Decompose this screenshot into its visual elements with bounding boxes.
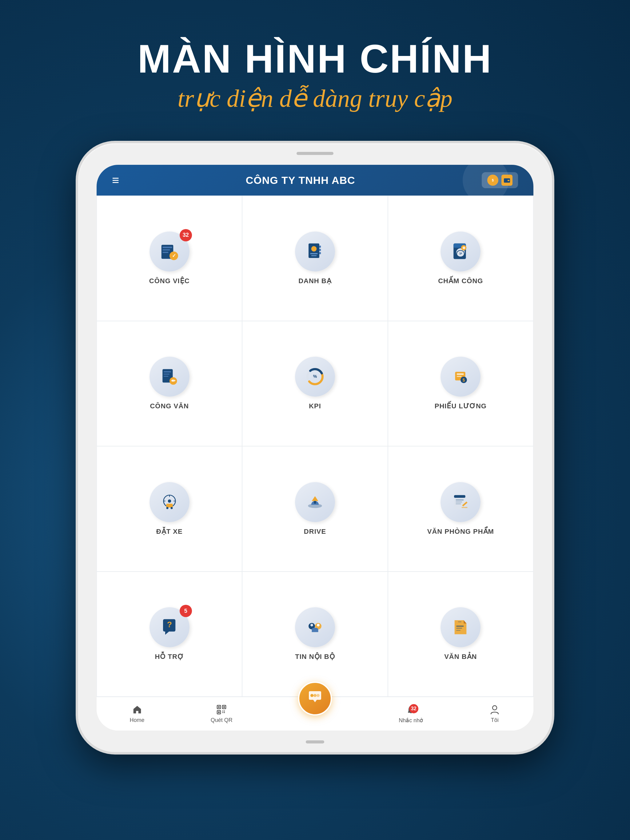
- grid-cell-kpi[interactable]: % KPI: [242, 321, 388, 447]
- center-logo-icon: [306, 689, 324, 708]
- grid-cell-cham-cong[interactable]: ☞ ⊛ CHẤM CÔNG: [388, 196, 533, 321]
- svg-rect-49: [456, 502, 462, 502]
- icon-phieu-luong: $: [440, 357, 481, 396]
- icon-cong-van: ✏: [149, 357, 190, 396]
- svg-rect-59: [456, 628, 462, 629]
- svg-rect-7: [162, 252, 168, 253]
- icon-cong-viec: ✓ 32: [149, 232, 190, 272]
- label-tin-noi-bo: TIN NỘI BỘ: [295, 653, 335, 661]
- svg-rect-47: [454, 495, 465, 498]
- label-van-ban: VĂN BẢN: [444, 653, 477, 661]
- svg-text:✏: ✏: [171, 379, 176, 384]
- svg-rect-12: [319, 249, 321, 251]
- svg-rect-58: [456, 626, 464, 627]
- label-cong-van: CÔNG VĂN: [150, 402, 189, 410]
- svg-point-74: [313, 694, 317, 697]
- grid-cell-drive[interactable]: DRIVE: [242, 446, 388, 572]
- svg-rect-40: [166, 504, 173, 507]
- icon-van-phong-pham: [440, 482, 481, 522]
- nav-home-label: Home: [130, 717, 144, 723]
- svg-rect-35: [457, 376, 462, 377]
- tablet-screen: ≡ CÔNG TY TNHH ABC $: [97, 165, 533, 731]
- icon-cham-cong: ☞ ⊛: [440, 232, 481, 272]
- header-wallet-badge[interactable]: $: [482, 172, 518, 188]
- badge-cong-viec: 32: [180, 229, 192, 242]
- app-header: ≡ CÔNG TY TNHH ABC $: [97, 165, 533, 196]
- svg-rect-5: [162, 246, 172, 248]
- nav-nhac-nho-label: Nhắc nhở: [399, 717, 423, 724]
- svg-rect-34: [457, 374, 464, 375]
- grid-cell-cong-viec[interactable]: ✓ 32 CÔNG VIỆC: [97, 196, 242, 321]
- nav-badge-nhac-nho: 32: [409, 704, 418, 713]
- grid-cell-van-phong-pham[interactable]: VĂN PHÒNG PHẨM: [388, 446, 533, 572]
- label-dat-xe: ĐẶT XE: [156, 527, 183, 535]
- svg-rect-67: [222, 711, 223, 712]
- label-phieu-luong: PHIẾU LƯƠNG: [435, 402, 487, 410]
- tablet-wrapper: ≡ CÔNG TY TNHH ABC $: [78, 143, 552, 752]
- label-danh-ba: DANH BẠ: [298, 277, 332, 285]
- svg-point-75: [317, 694, 320, 697]
- svg-point-41: [166, 507, 168, 509]
- label-cong-viec: CÔNG VIỆC: [149, 277, 190, 285]
- svg-rect-11: [319, 246, 321, 248]
- grid-cell-ho-tro[interactable]: ? 5 HỖ TRỢ: [97, 572, 242, 697]
- svg-rect-64: [218, 706, 220, 708]
- label-drive: DRIVE: [304, 527, 326, 535]
- svg-point-42: [171, 507, 173, 509]
- nav-home[interactable]: Home: [130, 704, 144, 723]
- svg-point-56: [310, 624, 313, 627]
- sub-title: trực diện dễ dàng truy cập: [138, 84, 492, 112]
- label-cham-cong: CHẤM CÔNG: [438, 277, 483, 285]
- grid-cell-tin-noi-bo[interactable]: TIN NỘI BỘ: [242, 572, 388, 697]
- svg-marker-45: [312, 496, 318, 501]
- svg-rect-15: [310, 253, 318, 254]
- badge-ho-tro: 5: [180, 605, 192, 617]
- nav-toi[interactable]: Tôi: [489, 704, 500, 723]
- svg-rect-26: [163, 376, 168, 377]
- menu-icon[interactable]: ≡: [112, 174, 119, 186]
- svg-rect-24: [163, 371, 171, 373]
- svg-rect-51: [462, 507, 468, 508]
- icon-tin-noi-bo: [295, 607, 335, 647]
- top-text-block: MÀN HÌNH CHÍNH trực diện dễ dàng truy cậ…: [138, 37, 492, 112]
- icon-danh-ba: [295, 232, 335, 272]
- nhac-nho-icon-wrapper: 32: [405, 704, 416, 715]
- tablet-shell: ≡ CÔNG TY TNHH ABC $: [78, 143, 552, 752]
- header-right: $: [482, 172, 518, 188]
- svg-point-14: [311, 246, 317, 251]
- grid-cell-van-ban[interactable]: VĂN BẢN: [388, 572, 533, 697]
- coin-icon: $: [487, 175, 499, 186]
- svg-rect-70: [224, 712, 225, 713]
- grid-cell-phieu-luong[interactable]: $ PHIẾU LƯƠNG: [388, 321, 533, 447]
- nav-quet-qr[interactable]: Quét QR: [211, 704, 233, 723]
- svg-rect-13: [319, 252, 321, 254]
- label-van-phong-pham: VĂN PHÒNG PHẨM: [427, 527, 494, 535]
- icon-ho-tro: ? 5: [149, 607, 190, 647]
- svg-rect-50: [456, 503, 461, 504]
- svg-rect-6: [162, 249, 170, 251]
- svg-rect-16: [311, 255, 317, 256]
- svg-text:✓: ✓: [172, 253, 176, 258]
- bottom-nav: Home Quét QR: [97, 697, 533, 731]
- nav-nhac-nho[interactable]: 32 Nhắc nhở: [399, 704, 423, 724]
- svg-rect-66: [218, 712, 220, 713]
- svg-text:☞: ☞: [459, 251, 462, 256]
- wallet-icon: [502, 175, 513, 186]
- nav-quet-qr-label: Quét QR: [211, 717, 233, 723]
- svg-point-57: [317, 624, 320, 627]
- svg-point-73: [310, 694, 313, 697]
- svg-rect-60: [456, 630, 461, 631]
- header-title: CÔNG TY TNHH ABC: [246, 174, 355, 186]
- svg-text:$: $: [463, 377, 465, 382]
- nav-toi-label: Tôi: [491, 717, 499, 723]
- grid-cell-dat-xe[interactable]: ĐẶT XE: [97, 446, 242, 572]
- grid-cell-cong-van[interactable]: ✏ CÔNG VĂN: [97, 321, 242, 447]
- svg-rect-68: [224, 711, 225, 712]
- nav-center-button[interactable]: [298, 682, 332, 715]
- svg-rect-48: [456, 499, 464, 501]
- grid-cell-danh-ba[interactable]: DANH BẠ: [242, 196, 388, 321]
- home-icon: [131, 704, 143, 715]
- svg-rect-3: [508, 180, 510, 181]
- svg-rect-25: [163, 374, 169, 375]
- svg-rect-69: [222, 712, 223, 713]
